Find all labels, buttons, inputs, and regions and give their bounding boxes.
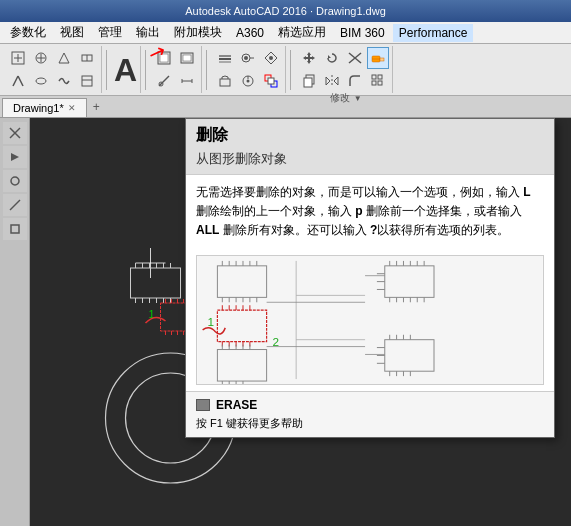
modify-label: 修改 xyxy=(326,89,354,107)
svg-marker-46 xyxy=(326,77,330,85)
left-btn-2[interactable] xyxy=(3,146,27,168)
tb-erase-btn[interactable] xyxy=(367,47,389,69)
menu-item-manage[interactable]: 管理 xyxy=(92,22,128,43)
tab-label: Drawing1* xyxy=(13,102,64,114)
tb-btn-3[interactable] xyxy=(53,47,75,69)
tb-btn-dim2[interactable] xyxy=(176,47,198,69)
tb-btn-move[interactable] xyxy=(298,47,320,69)
toolbar-separator-1 xyxy=(106,50,107,90)
canvas-area[interactable]: 1 2 删除 从图形删除对象 无需选择要删除的对象，而是可以输入一个选项，例如，… xyxy=(30,118,571,526)
tb-btn-layer6[interactable] xyxy=(260,70,282,92)
svg-line-18 xyxy=(159,76,169,86)
menu-bar: 参数化 视图 管理 输出 附加模块 A360 精选应用 BIM 360 Perf… xyxy=(0,22,571,44)
svg-point-27 xyxy=(244,56,248,60)
tb-btn-4[interactable] xyxy=(76,47,98,69)
svg-rect-25 xyxy=(219,61,231,63)
left-btn-3[interactable] xyxy=(3,170,27,192)
text-button-large[interactable]: A xyxy=(114,54,137,86)
menu-item-addons[interactable]: 附加模块 xyxy=(168,22,228,43)
tb-btn-dim4[interactable] xyxy=(176,70,198,92)
menu-item-view[interactable]: 视图 xyxy=(54,22,90,43)
svg-rect-36 xyxy=(268,78,274,84)
left-toolbar xyxy=(0,118,30,526)
tooltip-popup: 删除 从图形删除对象 无需选择要删除的对象，而是可以输入一个选项，例如，输入 L… xyxy=(185,118,555,438)
svg-line-9 xyxy=(13,76,18,86)
svg-marker-54 xyxy=(11,153,19,161)
tb-btn-layer2[interactable] xyxy=(237,47,259,69)
tooltip-hint: 按 F1 键获得更多帮助 xyxy=(196,416,544,431)
svg-point-11 xyxy=(36,78,46,84)
tb-btn-7[interactable] xyxy=(53,70,75,92)
svg-rect-51 xyxy=(378,81,382,85)
tooltip-command: ERASE xyxy=(196,398,544,412)
tb-btn-8[interactable] xyxy=(76,70,98,92)
tb-btn-rotate[interactable] xyxy=(321,47,343,69)
left-btn-5[interactable] xyxy=(3,218,27,240)
menu-item-performance[interactable]: Performance xyxy=(393,24,474,42)
svg-rect-57 xyxy=(11,225,19,233)
command-label: ERASE xyxy=(216,398,257,412)
modify-dropdown[interactable]: ▼ xyxy=(354,94,362,103)
svg-line-10 xyxy=(18,76,23,86)
menu-item-bim360[interactable]: BIM 360 xyxy=(334,24,391,42)
tb-btn-2[interactable] xyxy=(30,47,52,69)
tb-btn-1[interactable] xyxy=(7,47,29,69)
toolbar-area: A xyxy=(0,44,571,96)
svg-point-33 xyxy=(247,80,250,83)
svg-line-56 xyxy=(10,200,20,210)
svg-text:1: 1 xyxy=(208,314,215,328)
tb-btn-layer1[interactable] xyxy=(214,47,236,69)
tooltip-body-text: 无需选择要删除的对象，而是可以输入一个选项，例如，输入 L 删除绘制的上一个对象… xyxy=(196,185,531,237)
svg-rect-24 xyxy=(219,58,231,60)
tooltip-subtitle: 从图形删除对象 xyxy=(196,150,544,168)
svg-rect-30 xyxy=(220,79,230,86)
tab-close-button[interactable]: ✕ xyxy=(68,103,76,113)
tb-btn-layer5[interactable] xyxy=(237,70,259,92)
tab-drawing1[interactable]: Drawing1* ✕ xyxy=(2,98,87,117)
tooltip-body: 无需选择要删除的对象，而是可以输入一个选项，例如，输入 L 删除绘制的上一个对象… xyxy=(186,175,554,249)
main-area: 1 2 删除 从图形删除对象 无需选择要删除的对象，而是可以输入一个选项，例如，… xyxy=(0,118,571,526)
svg-rect-23 xyxy=(219,55,231,57)
toolbar-group-text: A xyxy=(111,46,141,93)
menu-item-featured[interactable]: 精选应用 xyxy=(272,22,332,43)
tooltip-footer: ERASE 按 F1 键获得更多帮助 xyxy=(186,391,554,437)
menu-item-output[interactable]: 输出 xyxy=(130,22,166,43)
tooltip-illustration-svg: 1 2 xyxy=(197,256,543,384)
erase-command-icon xyxy=(196,399,210,411)
svg-rect-50 xyxy=(372,81,376,85)
svg-marker-37 xyxy=(328,55,331,58)
toolbar-group-1 xyxy=(4,46,102,93)
title-bar-text: Autodesk AutoCAD 2016 · Drawing1.dwg xyxy=(8,5,563,17)
svg-point-29 xyxy=(269,56,273,60)
tb-btn-layer3[interactable] xyxy=(260,47,282,69)
svg-rect-89 xyxy=(198,256,543,384)
svg-point-55 xyxy=(11,177,19,185)
tab-bar: Drawing1* ✕ + xyxy=(0,96,571,118)
tooltip-illustration: 1 2 xyxy=(196,255,544,385)
svg-rect-48 xyxy=(372,75,376,79)
toolbar-separator-4 xyxy=(290,50,291,90)
toolbar-group-layers xyxy=(211,46,286,93)
tb-btn-5[interactable] xyxy=(7,70,29,92)
tb-btn-dim3[interactable] xyxy=(153,70,175,92)
svg-rect-12 xyxy=(82,76,92,86)
tab-add-button[interactable]: + xyxy=(87,97,106,117)
menu-item-params[interactable]: 参数化 xyxy=(4,22,52,43)
title-bar: Autodesk AutoCAD 2016 · Drawing1.dwg xyxy=(0,0,571,22)
menu-item-a360[interactable]: A360 xyxy=(230,24,270,42)
left-btn-1[interactable] xyxy=(3,122,27,144)
svg-rect-49 xyxy=(378,75,382,79)
toolbar-separator-3 xyxy=(206,50,207,90)
toolbar-group-modify: 修改 ▼ xyxy=(295,46,393,93)
tb-btn-6[interactable] xyxy=(30,70,52,92)
tooltip-header: 删除 从图形删除对象 xyxy=(186,119,554,175)
svg-rect-17 xyxy=(183,55,191,61)
svg-rect-42 xyxy=(380,58,384,61)
left-btn-4[interactable] xyxy=(3,194,27,216)
tb-btn-layer4[interactable] xyxy=(214,70,236,92)
svg-marker-47 xyxy=(334,77,338,85)
tb-btn-trim[interactable] xyxy=(344,47,366,69)
tooltip-title: 删除 xyxy=(196,125,544,146)
svg-marker-6 xyxy=(59,53,69,63)
svg-rect-44 xyxy=(304,78,312,87)
